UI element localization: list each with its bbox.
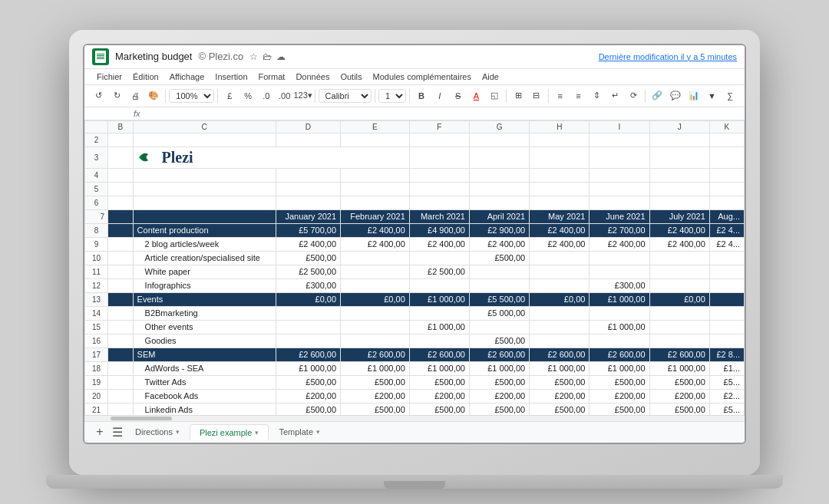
percent-button[interactable]: % [239, 87, 256, 104]
menu-format[interactable]: Format [254, 71, 290, 83]
col-b[interactable]: B [108, 120, 134, 133]
table-row: 10 Article creation/specialised site £50… [85, 251, 745, 265]
sep4 [375, 89, 375, 103]
font-select[interactable]: Calibri [319, 89, 372, 103]
undo-button[interactable]: ↺ [91, 87, 107, 104]
tab-directions-label: Directions [135, 427, 173, 436]
tab-plezi-example-label: Plezi example [200, 428, 252, 437]
decimal2-button[interactable]: .00 [276, 87, 293, 104]
table-row: 6 [85, 196, 745, 209]
tab-directions-arrow: ▾ [176, 428, 180, 436]
sep2 [217, 89, 218, 103]
tab-plezi-example[interactable]: Plezi example ▾ [190, 424, 269, 440]
merge-button[interactable]: ⊟ [528, 87, 545, 104]
row-3: 3 [85, 147, 108, 168]
tab-plezi-arrow: ▾ [255, 429, 259, 436]
tab-template[interactable]: Template ▾ [269, 424, 329, 440]
last-modified[interactable]: Dernière modification il y a 5 minutes [599, 52, 737, 61]
more-formats-button[interactable]: 123▾ [295, 87, 312, 104]
folder-icon[interactable]: 🗁 [263, 51, 272, 62]
row-15: 15 [85, 320, 108, 334]
title-icons: ☆ 🗁 ☁ [249, 51, 286, 62]
laptop-frame: Marketing budget © Plezi.co ☆ 🗁 ☁ Derniè… [69, 30, 760, 475]
table-row: 18 AdWords - SEA £1 000,00 £1 000,00 £1 … [85, 361, 745, 375]
text-color-button[interactable]: A [468, 87, 485, 104]
star-icon[interactable]: ☆ [249, 51, 258, 62]
row-12: 12 [85, 278, 108, 292]
table-row: 15 Other events £1 000,00 £1 000,00 [85, 320, 745, 334]
chart-button[interactable]: 📊 [685, 87, 702, 104]
col-j[interactable]: J [649, 120, 709, 133]
col-e[interactable]: E [341, 120, 410, 133]
tab-list: Directions ▾ Plezi example ▾ Template ▾ [126, 424, 329, 440]
row-13: 13 [85, 292, 108, 306]
sheet-menu-button[interactable]: ☰ [109, 425, 126, 440]
link-button[interactable]: 🔗 [649, 87, 666, 104]
table-row: 16 Goodies £500,00 [85, 334, 745, 348]
horizontal-scrollbar[interactable] [84, 415, 745, 421]
col-c[interactable]: C [133, 120, 276, 133]
col-i[interactable]: I [590, 120, 649, 133]
function-button[interactable]: ∑ [722, 87, 738, 104]
corner-header [85, 120, 108, 133]
table-row: 3 Plezi [85, 147, 745, 168]
table-row: 5 [85, 182, 745, 196]
align-center-button[interactable]: ≡ [570, 87, 587, 104]
col-f[interactable]: F [409, 120, 469, 133]
menu-aide[interactable]: Aide [477, 71, 504, 83]
col-k[interactable]: K [709, 120, 744, 133]
row-11: 11 [85, 265, 108, 278]
add-sheet-button[interactable]: + [91, 423, 109, 441]
row-20: 20 [85, 389, 108, 403]
cell-reference[interactable] [91, 109, 129, 118]
col-h[interactable]: H [530, 120, 590, 133]
table-row: 9 2 blog articles/week £2 400,00 £2 400,… [85, 237, 745, 251]
cloud-icon[interactable]: ☁ [276, 51, 286, 62]
decimal-button[interactable]: .0 [258, 87, 275, 104]
zoom-select[interactable]: 100% [169, 89, 214, 103]
fx-label: fx [134, 109, 140, 118]
row-5: 5 [85, 182, 108, 196]
tab-template-label: Template [279, 427, 313, 436]
redo-button[interactable]: ↻ [109, 87, 126, 104]
menu-outils[interactable]: Outils [335, 71, 366, 83]
col-d[interactable]: D [276, 120, 340, 133]
wrap-button[interactable]: ↵ [606, 87, 623, 104]
tab-directions[interactable]: Directions ▾ [126, 424, 189, 440]
menu-edition[interactable]: Édition [128, 71, 163, 83]
strikethrough-button[interactable]: S [450, 87, 467, 104]
bold-button[interactable]: B [413, 87, 430, 104]
file-title: Marketing budget [115, 51, 192, 62]
scrollbar-thumb[interactable] [111, 417, 172, 420]
align-left-button[interactable]: ≡ [552, 87, 569, 104]
rotate-button[interactable]: ⟳ [625, 87, 642, 104]
menu-donnees[interactable]: Données [291, 71, 334, 83]
highlight-button[interactable]: ◱ [486, 87, 503, 104]
spreadsheet: B C D E F G H I J K [84, 120, 745, 443]
col-g[interactable]: G [469, 120, 529, 133]
fontsize-select[interactable]: 10 [378, 89, 406, 103]
row-6: 6 [85, 196, 108, 209]
table-row: 19 Twitter Ads £500,00 £500,00 £500,00 £… [85, 375, 745, 389]
currency-button[interactable]: £ [221, 87, 238, 104]
formula-input[interactable] [145, 109, 738, 118]
menu-fichier[interactable]: Fichier [92, 71, 127, 83]
filter-button[interactable]: ▼ [703, 87, 720, 104]
table-row: 17 SEM £2 600,00 £2 600,00 £2 600,00 £2 … [85, 348, 745, 361]
menu-insertion[interactable]: Insertion [210, 71, 252, 83]
print-button[interactable]: 🖨 [127, 87, 144, 104]
row-18: 18 [85, 361, 108, 375]
row-9: 9 [85, 237, 108, 251]
italic-button[interactable]: I [431, 87, 448, 104]
menu-affichage[interactable]: Affichage [165, 71, 210, 83]
borders-button[interactable]: ⊞ [510, 87, 527, 104]
menu-modules[interactable]: Modules complémentaires [368, 71, 476, 83]
formula-bar: fx [84, 107, 745, 120]
spreadsheet-table: B C D E F G H I J K [84, 120, 745, 415]
paint-format-button[interactable]: 🎨 [145, 87, 162, 104]
company-name: © Plezi.co [198, 51, 243, 62]
row-2: 2 [85, 133, 108, 147]
valign-button[interactable]: ⇕ [588, 87, 605, 104]
table-row: 20 Facebook Ads £200,00 £200,00 £200,00 … [85, 389, 745, 403]
comment-button[interactable]: 💬 [667, 87, 684, 104]
